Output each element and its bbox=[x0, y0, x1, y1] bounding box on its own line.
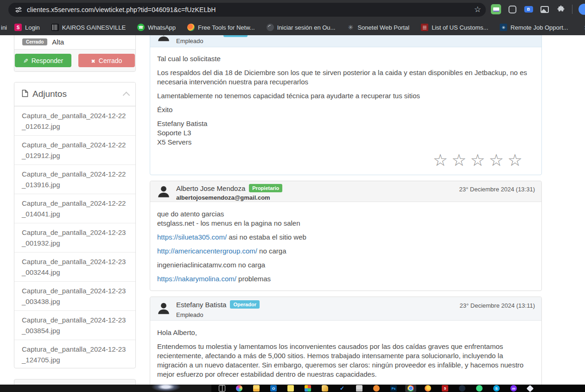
check-app-icon[interactable]: ✓ bbox=[339, 385, 345, 392]
status-badge: Cerrado bbox=[22, 38, 47, 45]
message-line: que do atento garcias bbox=[157, 209, 534, 219]
desktop-wallpaper-strip bbox=[0, 385, 211, 392]
link-trailing-text: no carga bbox=[257, 247, 286, 255]
reply-body: Hola Alberto, Entendemos tu molestia y l… bbox=[150, 321, 541, 392]
message-paragraph: Éxito bbox=[157, 105, 534, 114]
reply-date: 23° Deciembre 2024 (13:31) bbox=[459, 186, 535, 193]
profile-avatar[interactable] bbox=[579, 4, 585, 15]
operador-badge: Operador bbox=[230, 300, 260, 309]
sonetel-favicon bbox=[347, 24, 354, 31]
link-trailing-text: problemas bbox=[236, 275, 271, 283]
attachment-link[interactable]: Captura_de_pantalla_2024-12-23_003854.jp… bbox=[14, 310, 135, 340]
mail-extension-icon[interactable] bbox=[491, 4, 501, 14]
attachment-link[interactable]: Captura_de_pantalla_2024-12-23_001932.jp… bbox=[14, 223, 135, 252]
kairos-favicon bbox=[51, 24, 59, 31]
sticky-notes-icon[interactable] bbox=[287, 385, 294, 392]
bookmark-item-kairos[interactable]: KAIROS GAINESVILLE bbox=[51, 24, 126, 31]
freetools-favicon bbox=[187, 24, 195, 31]
file-explorer-icon[interactable] bbox=[253, 385, 260, 392]
whatsapp-icon bbox=[137, 24, 145, 31]
author-role: Empleado bbox=[176, 311, 203, 318]
globe-favicon bbox=[267, 24, 274, 31]
skype-icon[interactable]: S bbox=[493, 385, 500, 392]
miro-icon[interactable]: m bbox=[510, 385, 517, 392]
attachment-link[interactable]: Captura_de_pantalla_2024-12-22_012912.jp… bbox=[14, 135, 135, 164]
message-paragraph: Entendemos tu molestia y lamentamos los … bbox=[157, 342, 534, 379]
message-paragraph: Los respaldos del dia 18 de Diciembre so… bbox=[157, 68, 534, 87]
android-icon[interactable] bbox=[476, 385, 483, 392]
bookmark-star-icon[interactable] bbox=[474, 5, 481, 14]
calculator-icon[interactable] bbox=[356, 385, 362, 392]
outlook-icon[interactable]: O bbox=[270, 385, 277, 392]
close-ticket-button[interactable]: Cerrado bbox=[78, 54, 135, 67]
ticket-priority: Alta bbox=[52, 38, 64, 46]
address-bar[interactable]: clientes.x5servers.com/viewticket.php?ti… bbox=[8, 3, 486, 17]
reply-button[interactable]: Responder bbox=[15, 54, 71, 67]
attachment-link[interactable]: Captura_de_pantalla_2024-12-22_013916.jp… bbox=[14, 164, 135, 194]
link-americancentergroup[interactable]: http://americancentergroup.com/ bbox=[157, 247, 257, 255]
attachment-link[interactable]: Captura_de_pantalla_2024-12-22_014041.jp… bbox=[14, 194, 135, 223]
message-paragraph: http://americancentergroup.com/ no carga bbox=[157, 247, 534, 256]
message-paragraph: Tal cual lo solicitaste bbox=[157, 54, 534, 63]
attachment-link[interactable]: Captura_de_pantalla_2024-12-22_012612.jp… bbox=[14, 106, 135, 135]
bookmark-item-whatsapp[interactable]: WhatsApp bbox=[137, 24, 176, 31]
author-name: Alberto Jose Mendoza bbox=[176, 184, 245, 192]
taskbar-icons: O ✓ Ps 5 S m bbox=[211, 385, 533, 392]
message-paragraph: https://nakarymolina.com/ problemas bbox=[157, 274, 534, 284]
firefox-icon[interactable] bbox=[425, 385, 431, 392]
rating-stars[interactable]: ☆☆☆☆☆ bbox=[157, 152, 534, 169]
reply-body: Tal cual lo solicitaste Los respaldos de… bbox=[150, 47, 541, 176]
attachment-link[interactable]: Captura_de_pantalla_2024-12-23_003244.jp… bbox=[14, 252, 135, 281]
frame-extension-icon[interactable] bbox=[509, 6, 516, 13]
diamond-app-icon[interactable] bbox=[527, 385, 534, 392]
attachments-header: Adjuntos bbox=[14, 82, 135, 106]
store-icon[interactable] bbox=[305, 385, 311, 392]
windows-taskbar: O ✓ Ps 5 S m bbox=[0, 385, 585, 392]
message-paragraph: https://silueta305.com/ asi no estaba el… bbox=[157, 233, 534, 242]
bookmark-item-freetools[interactable]: Free Tools for Netw... bbox=[187, 24, 255, 31]
ticket-reply-owner: Alberto Jose Mendoza Propietario alberto… bbox=[150, 181, 542, 291]
link-trailing-text: asi no estaba el sitio web bbox=[227, 233, 306, 241]
login-favicon bbox=[14, 24, 22, 31]
toolbar-separator bbox=[572, 5, 572, 14]
photoshop-icon[interactable]: Ps bbox=[390, 385, 397, 392]
pencil-icon bbox=[23, 57, 28, 64]
message-paragraph: ingenieriaclinicatamv.com no carga bbox=[157, 260, 534, 270]
url-text: clientes.x5servers.com/viewticket.php?ti… bbox=[27, 6, 216, 13]
reply-date: 23° Deciembre 2024 (13:11) bbox=[460, 302, 535, 309]
photos-icon[interactable] bbox=[236, 385, 242, 392]
message-paragraph: Hola Alberto, bbox=[157, 328, 534, 337]
message-line: etsglass.net - los menus en la pagina no… bbox=[157, 219, 534, 228]
reply-body: que do atento garcias etsglass.net - los… bbox=[150, 202, 541, 295]
downloads-folder-icon[interactable] bbox=[322, 385, 328, 392]
image-extension-icon[interactable] bbox=[540, 6, 549, 13]
bookmark-item-sonetel[interactable]: Sonetel Web Portal bbox=[347, 24, 409, 31]
author-name: Estefany Batista bbox=[176, 301, 226, 309]
bookmark-item-customs[interactable]: List of US Customs... bbox=[421, 24, 488, 31]
people-icon[interactable] bbox=[373, 385, 380, 392]
ticket-reply-top: Empleado Tal cual lo solicitaste Los res… bbox=[150, 25, 542, 175]
bookmark-item-cut[interactable]: ini bbox=[1, 24, 7, 31]
propietario-badge: Propietario bbox=[249, 184, 282, 192]
link-silueta305[interactable]: https://silueta305.com/ bbox=[157, 233, 227, 241]
bookmarks-overflow-chevron[interactable]: » bbox=[580, 23, 585, 32]
site-settings-icon[interactable] bbox=[15, 6, 22, 13]
steam-icon[interactable] bbox=[459, 385, 465, 392]
extensions-puzzle-icon[interactable] bbox=[556, 4, 566, 14]
link-nakarymolina[interactable]: https://nakarymolina.com/ bbox=[157, 275, 236, 283]
bookmark-item-remotejobs[interactable]: Remote Job Opport... bbox=[500, 24, 568, 31]
screen: Empleado Tal cual lo solicitaste Los res… bbox=[0, 0, 585, 392]
task-view-icon[interactable] bbox=[219, 385, 225, 392]
avatar bbox=[157, 184, 171, 198]
bookmark-item-outlook-login[interactable]: Iniciar sesión en Ou... bbox=[267, 24, 336, 31]
red-five-app-icon[interactable]: 5 bbox=[442, 385, 448, 392]
bookmark-item-login[interactable]: Login bbox=[14, 24, 40, 31]
chrome-icon[interactable] bbox=[407, 385, 414, 392]
chevron-up-icon[interactable] bbox=[123, 91, 130, 99]
message-paragraph: Lamentablemente no tenemos capacidad téc… bbox=[157, 91, 534, 101]
attachment-link[interactable]: Captura_de_pantalla_2024-12-23_124705.jp… bbox=[14, 340, 135, 369]
extension-icons bbox=[491, 4, 583, 15]
attachment-link[interactable]: Captura_de_pantalla_2024-12-23_003438.jp… bbox=[14, 281, 135, 310]
message-signature: Estefany Batista Soporte L3 X5 Servers bbox=[157, 119, 534, 147]
tag-extension-icon[interactable] bbox=[524, 6, 533, 13]
